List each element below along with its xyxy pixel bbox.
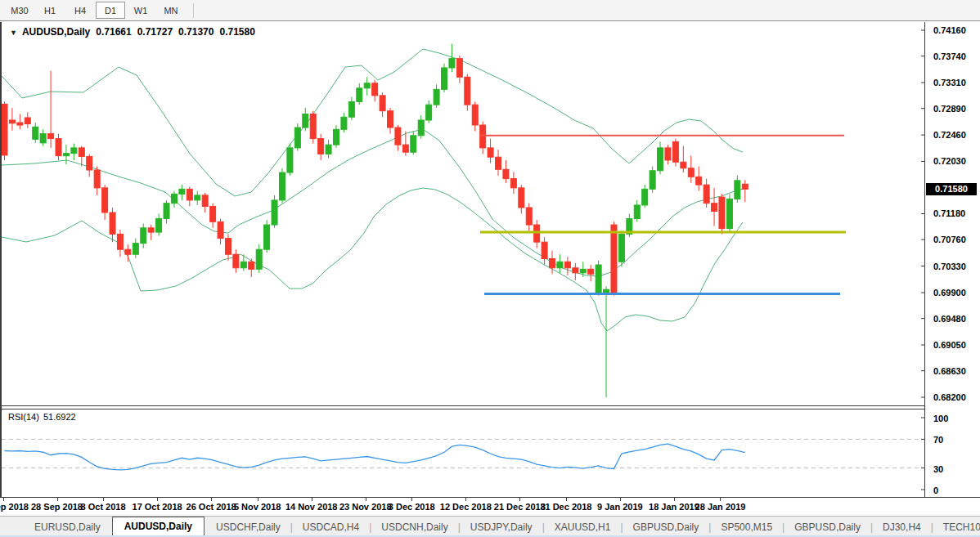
timeframe-button-w1[interactable]: W1 bbox=[126, 2, 155, 19]
tab-usdjpy-daily[interactable]: USDJPY,Daily bbox=[461, 519, 542, 537]
candle-body bbox=[672, 141, 678, 162]
candle-body bbox=[596, 265, 601, 293]
candle-body bbox=[94, 170, 100, 188]
date-tick bbox=[3, 498, 4, 501]
date-label: 28 Sep 2018 bbox=[31, 502, 83, 512]
date-tick bbox=[465, 498, 466, 501]
date-label: 21 Dec 2018 bbox=[494, 502, 546, 512]
rsi-indicator-chart[interactable] bbox=[2, 409, 924, 495]
candle-body bbox=[704, 185, 709, 204]
date-label: 9 Jan 2019 bbox=[597, 502, 643, 512]
rsi-axis-label: 0 bbox=[933, 486, 938, 495]
date-label: 3 Dec 2018 bbox=[389, 502, 435, 512]
candle-body bbox=[303, 114, 308, 128]
candle-body bbox=[326, 145, 331, 154]
candle-body bbox=[156, 219, 162, 233]
timeframe-button-h4[interactable]: H4 bbox=[65, 2, 95, 19]
candle-body bbox=[580, 269, 586, 273]
candle-body bbox=[496, 157, 501, 169]
rsi-line bbox=[5, 444, 745, 470]
date-tick bbox=[312, 498, 312, 501]
timeframe-toolbar: M30H1H4D1W1MN bbox=[0, 0, 980, 21]
candle-body bbox=[56, 139, 61, 156]
candle-body bbox=[712, 204, 717, 212]
price-axis-label: 0.68630 bbox=[933, 366, 966, 376]
date-label: 28 Jan 2019 bbox=[695, 502, 746, 512]
candle-body bbox=[611, 225, 617, 293]
chart-panel[interactable]: ▼AUDUSD,Daily0.716610.717270.713700.7158… bbox=[0, 22, 925, 497]
candle-body bbox=[117, 234, 123, 249]
date-tick bbox=[566, 498, 567, 501]
candle-body bbox=[310, 114, 316, 138]
candle-body bbox=[249, 262, 254, 269]
tab-tech100-h1[interactable]: TECH100,H1 bbox=[933, 519, 980, 537]
date-tick bbox=[519, 498, 520, 501]
chart-dropdown-icon[interactable]: ▼ bbox=[10, 29, 17, 37]
tab-audusd-daily[interactable]: AUDUSD,Daily bbox=[112, 517, 205, 537]
date-label: 19 Sep 2018 bbox=[0, 502, 29, 512]
candle-body bbox=[411, 136, 416, 152]
candle-body bbox=[210, 206, 216, 222]
candle-body bbox=[17, 123, 23, 125]
candle-body bbox=[380, 96, 385, 111]
candle-body bbox=[171, 194, 177, 203]
candle-body bbox=[264, 225, 270, 249]
tab-usdchf-daily[interactable]: USDCHF,Daily bbox=[206, 519, 290, 537]
candle-body bbox=[287, 148, 293, 172]
price-axis-label: 0.68200 bbox=[933, 392, 966, 402]
candle-body bbox=[256, 249, 262, 269]
date-label: 26 Oct 2018 bbox=[187, 502, 236, 512]
date-tick bbox=[57, 498, 58, 501]
price-axis-label: 0.71180 bbox=[933, 208, 965, 218]
price-axis-label: 0.74160 bbox=[933, 25, 966, 35]
candle-body bbox=[658, 148, 663, 171]
tab-dj30-h4[interactable]: DJ30,H4 bbox=[873, 519, 931, 537]
candle-body bbox=[534, 225, 540, 242]
candle-body bbox=[148, 228, 154, 232]
candle-body bbox=[642, 189, 648, 205]
ohlc-close: 0.71580 bbox=[219, 26, 254, 38]
candle-body bbox=[688, 168, 694, 177]
tab-xauusd-h1[interactable]: XAUUSD,H1 bbox=[545, 519, 621, 537]
date-label: 31 Dec 2018 bbox=[540, 502, 591, 512]
timeframe-button-h1[interactable]: H1 bbox=[35, 2, 65, 19]
candle-body bbox=[102, 188, 108, 213]
tab-gbpusd-daily[interactable]: GBPUSD,Daily bbox=[784, 519, 870, 537]
date-label: 23 Nov 2018 bbox=[339, 502, 392, 512]
candle-body bbox=[225, 239, 231, 255]
date-tick bbox=[620, 498, 621, 501]
timeframe-button-mn[interactable]: MN bbox=[156, 2, 186, 19]
tab-sp500-m15[interactable]: SP500,M15 bbox=[711, 519, 782, 537]
tab-eurusd-daily[interactable]: EURUSD,Daily bbox=[25, 519, 110, 537]
candle-body bbox=[564, 262, 570, 268]
candle-body bbox=[618, 234, 624, 262]
candle-body bbox=[9, 120, 15, 123]
date-tick bbox=[674, 498, 675, 501]
timeframe-button-m30[interactable]: M30 bbox=[5, 2, 34, 19]
candle-body bbox=[357, 88, 362, 102]
date-tick bbox=[157, 498, 158, 501]
tab-gbpusd-daily[interactable]: GBPUSD,Daily bbox=[623, 519, 709, 537]
date-axis[interactable]: 19 Sep 201828 Sep 20188 Oct 201817 Oct 2… bbox=[0, 497, 980, 516]
candle-body bbox=[650, 171, 655, 190]
main-price-chart[interactable] bbox=[2, 22, 924, 406]
toolbar-divider bbox=[193, 3, 194, 18]
candle-body bbox=[681, 162, 686, 168]
candle-body bbox=[434, 89, 439, 105]
tab-usdcnh-daily[interactable]: USDCNH,Daily bbox=[371, 519, 457, 537]
price-axis[interactable]: 0.71580 0.741600.737400.733100.728900.72… bbox=[926, 22, 980, 497]
candle-body bbox=[726, 199, 732, 228]
candle-body bbox=[110, 213, 115, 234]
date-label: 18 Jan 2019 bbox=[649, 502, 699, 512]
timeframe-button-d1[interactable]: D1 bbox=[96, 2, 125, 19]
ohlc-high: 0.71727 bbox=[137, 26, 173, 38]
candle-body bbox=[503, 169, 509, 178]
candle-body bbox=[125, 249, 131, 254]
candle-body bbox=[364, 83, 370, 88]
candle-body bbox=[71, 148, 77, 154]
tab-usdcad-h4[interactable]: USDCAD,H4 bbox=[293, 519, 369, 537]
candle-body bbox=[388, 111, 393, 128]
candle-body bbox=[318, 139, 324, 154]
candle-body bbox=[696, 177, 702, 185]
candle-body bbox=[333, 129, 339, 145]
